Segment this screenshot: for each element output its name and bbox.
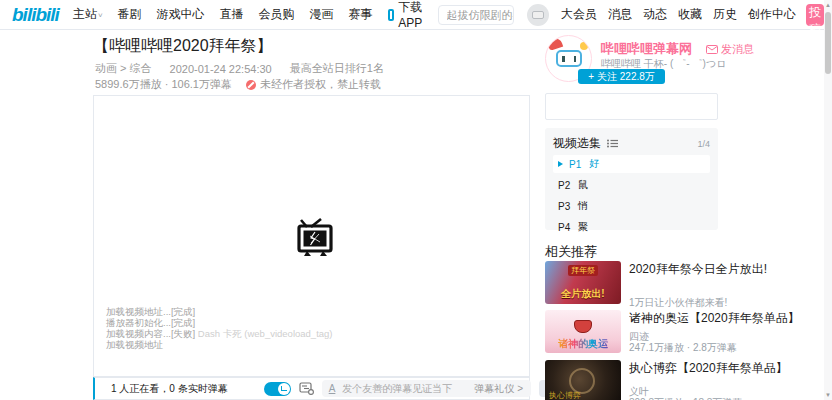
breadcrumb[interactable]: 动画 > 综合 <box>95 61 152 76</box>
send-message-link[interactable]: 发消息 <box>706 42 754 57</box>
playlist-menu-icon[interactable] <box>607 139 618 148</box>
rank-badge: 最高全站日排行1名 <box>290 61 384 76</box>
festive-hat-icon <box>547 37 563 51</box>
scrollbar-down-arrow[interactable]: ▼ <box>824 390 832 400</box>
uploader-name[interactable]: 哔哩哔哩弹幕网 <box>601 40 692 58</box>
playlist-title: 视频选集 <box>553 135 601 152</box>
related-video-title[interactable]: 诸神的奥运【2020拜年祭单品】 <box>629 310 820 326</box>
related-videos-title: 相关推荐 <box>545 243 597 261</box>
top-navbar: bilibili 主站˅ 番剧 游戏中心 直播 会员购 漫画 赛事 下载APP <box>0 0 824 30</box>
video-stats-row: 5899.6万播放 · 106.1万弹幕 未经作者授权，禁止转载 <box>95 77 381 92</box>
nav-item-favorites[interactable]: 收藏 <box>678 6 702 23</box>
thumbnail-art <box>574 320 592 333</box>
page: bilibili 主站˅ 番剧 游戏中心 直播 会员购 漫画 赛事 下载APP <box>0 0 832 400</box>
related-video-item: 诸神的奥运 诸神的奥运【2020拜年祭单品】 四迹 247.1万播放 · 2.8… <box>545 310 820 356</box>
danmaku-etiquette-link[interactable]: 弹幕礼仪 > <box>474 382 523 396</box>
log-line: 加载视频地址...[完成] <box>106 306 333 317</box>
no-reprint-icon <box>246 80 256 90</box>
nav-item-vip-shop[interactable]: 会员购 <box>259 6 295 23</box>
danmaku-toggle[interactable] <box>264 382 291 396</box>
nav-item-game-center[interactable]: 游戏中心 <box>157 6 205 23</box>
related-video-thumbnail[interactable]: 诸神的奥运 <box>545 310 621 353</box>
danmaku-on-icon <box>281 386 287 391</box>
log-line: 加载视频地址 <box>106 339 333 350</box>
nav-item-feed[interactable]: 动态 <box>643 6 667 23</box>
scrollbar-up-arrow[interactable]: ▲ <box>824 0 832 10</box>
related-video-stats: 300.3万播放 · 18.3万弹幕 <box>629 396 742 400</box>
chevron-down-icon: ˅ <box>98 11 103 20</box>
playlist-page-indicator: 1/4 <box>697 139 710 149</box>
thumbnail-text: 全片放出! <box>561 287 604 301</box>
search-input[interactable] <box>439 9 514 21</box>
danmaku-toggle-knob <box>278 383 290 395</box>
playlist-item-p4[interactable]: P4 聚 <box>553 218 710 236</box>
play-danmaku-stats: 5899.6万播放 · 106.1万弹幕 <box>95 77 232 92</box>
nav-item-history[interactable]: 历史 <box>713 6 737 23</box>
related-video-item: 拜年祭 全片放出! 2020拜年祭今日全片放出! 1万日让小伙伴都来看! <box>545 261 820 307</box>
banner-placeholder <box>545 93 718 120</box>
playlist-item-p1[interactable]: P1 好 <box>553 155 710 173</box>
player-load-log: 加载视频地址...[完成] 播放器初始化...[完成] 加载视频内容...[失败… <box>106 306 333 350</box>
upload-button[interactable]: 投稿 <box>806 4 824 26</box>
nav-item-esports[interactable]: 赛事 <box>349 6 373 23</box>
bilibili-tv-mascot-icon <box>556 50 582 67</box>
nav-item-manga[interactable]: 漫画 <box>310 6 334 23</box>
nav-item-messages[interactable]: 消息 <box>608 6 632 23</box>
related-video-title[interactable]: 2020拜年祭今日全片放出! <box>629 261 820 277</box>
danmaku-input[interactable] <box>342 383 474 394</box>
nav-item-creator-center[interactable]: 创作中心 <box>748 6 796 23</box>
main-nav: 主站˅ 番剧 游戏中心 直播 会员购 漫画 赛事 <box>73 6 373 23</box>
thumbnail-text: 诸神的奥运 <box>558 337 608 351</box>
broken-tv-icon <box>296 218 334 262</box>
user-avatar[interactable] <box>527 4 549 26</box>
related-video-title[interactable]: 执心博弈【2020拜年祭单品】 <box>629 360 820 376</box>
nav-item-home[interactable]: 主站˅ <box>73 6 103 23</box>
video-meta-row: 动画 > 综合 2020-01-24 22:54:30 最高全站日排行1名 <box>95 61 384 76</box>
nav-item-live[interactable]: 直播 <box>220 6 244 23</box>
related-video-thumbnail[interactable]: 执心博弈 <box>545 360 621 400</box>
thumbnail-text: 执心博弈 <box>549 390 581 400</box>
avatar-face-icon <box>532 11 544 19</box>
page-scrollbar: ▲ ▼ <box>824 0 832 400</box>
related-video-item: 执心博弈 执心博弈【2020拜年祭单品】 义叶 300.3万播放 · 18.3万… <box>545 360 820 400</box>
download-app-button[interactable]: 下载APP <box>388 0 425 30</box>
festive-deco-icon <box>580 42 588 50</box>
playlist-item-p2[interactable]: P2 鼠 <box>553 176 710 194</box>
danmaku-input-area: A 弹幕礼仪 > <box>322 380 531 397</box>
envelope-icon <box>706 45 718 54</box>
user-nav: 大会员 消息 动态 收藏 历史 创作中心 <box>561 6 796 23</box>
playlist-item-p3[interactable]: P3 悄 <box>553 197 710 215</box>
playing-icon <box>558 161 563 167</box>
video-title: 【哔哩哔哩2020拜年祭】 <box>93 36 273 57</box>
thumbnail-badge: 拜年祭 <box>568 265 598 276</box>
related-video-note: 1万日让小伙伴都来看! <box>629 296 727 310</box>
search-box <box>438 5 514 25</box>
related-video-stats: 247.1万播放 · 2.8万弹幕 <box>629 341 737 355</box>
playlist-card: 视频选集 1/4 P1 好 P2 鼠 P3 悄 P4 聚 <box>545 128 718 230</box>
follow-button[interactable]: + 关注 222.8万 <box>578 69 665 84</box>
publish-time: 2020-01-24 22:54:30 <box>170 63 272 75</box>
nav-item-bangumi[interactable]: 番剧 <box>118 6 142 23</box>
danmaku-send-bar: 1 人正在看，0 条实时弹幕 A 弹幕礼仪 > 发送 <box>93 377 530 400</box>
log-error-detail: Dash 卡死 (web_videoload_tag) <box>198 328 333 339</box>
log-line: 加载视频内容...[失败] Dash 卡死 (web_videoload_tag… <box>106 328 333 339</box>
related-video-thumbnail[interactable]: 拜年祭 全片放出! <box>545 261 621 304</box>
phone-icon <box>388 9 395 21</box>
playlist-header: 视频选集 1/4 <box>553 135 710 152</box>
nav-item-vip[interactable]: 大会员 <box>561 6 597 23</box>
watching-count: 1 人正在看，0 条实时弹幕 <box>111 382 228 396</box>
font-style-icon[interactable]: A <box>329 383 336 394</box>
bilibili-logo[interactable]: bilibili <box>12 4 59 26</box>
video-player[interactable]: 加载视频地址...[完成] 播放器初始化...[完成] 加载视频内容...[失败… <box>93 95 530 377</box>
scrollbar-thumb[interactable] <box>825 12 831 74</box>
plus-icon: + <box>588 71 594 82</box>
log-line: 播放器初始化...[完成] <box>106 317 333 328</box>
no-reprint-notice: 未经作者授权，禁止转载 <box>246 77 381 92</box>
danmaku-settings-icon[interactable] <box>299 382 314 395</box>
